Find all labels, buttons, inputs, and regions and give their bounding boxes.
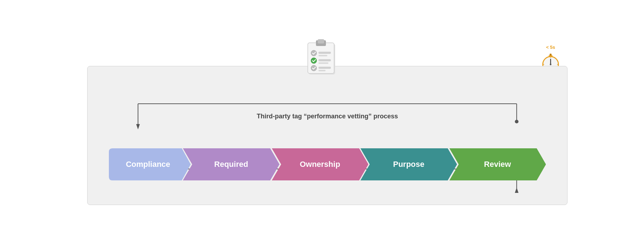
svg-point-7 [311,58,317,63]
svg-marker-30 [515,188,518,193]
step-review: Review [449,148,546,180]
main-container: < 5s Add to Perf Budget? [73,37,571,209]
svg-rect-15 [550,53,551,55]
compliance-label: Compliance [109,148,191,180]
svg-rect-6 [318,55,327,56]
svg-rect-5 [318,52,331,54]
svg-rect-3 [318,39,324,43]
clipboard-icon [306,37,338,75]
required-label: Required [183,148,280,180]
ownership-label: Ownership [272,148,369,180]
svg-rect-12 [318,70,326,71]
step-required: Required [183,148,280,180]
steps-container: Compliance Required Ownership [109,148,546,180]
purpose-label: Purpose [360,148,457,180]
top-loop-arrow [109,100,546,132]
svg-marker-26 [136,124,140,129]
svg-rect-11 [318,67,331,69]
process-box: Third-party tag “performance vetting” pr… [87,66,568,205]
svg-point-17 [550,63,551,65]
step-ownership: Ownership [272,148,369,180]
step-purpose: Purpose [360,148,457,180]
svg-point-24 [515,120,518,123]
timer-label: < 5s [546,45,555,50]
svg-point-10 [311,65,317,71]
svg-point-4 [311,50,317,56]
step-compliance: Compliance [109,148,191,180]
svg-rect-8 [318,59,331,61]
review-label: Review [449,148,546,180]
svg-rect-9 [318,62,328,64]
